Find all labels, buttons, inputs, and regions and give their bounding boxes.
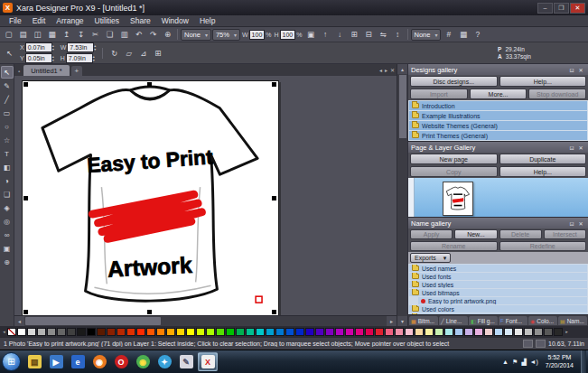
freehand-tool[interactable]: ✎ bbox=[1, 79, 14, 92]
color-swatch[interactable] bbox=[166, 328, 175, 336]
vertical-scrollbar[interactable]: ▴ ▾ bbox=[397, 64, 407, 326]
rotate-icon[interactable]: ↻ bbox=[107, 47, 121, 59]
tshirt-artwork[interactable]: Easy to Print Artwork bbox=[23, 81, 278, 315]
network-icon[interactable]: ▟ bbox=[521, 359, 526, 366]
send-to-back-icon[interactable]: ↓ bbox=[333, 29, 347, 41]
color-swatch[interactable] bbox=[186, 328, 195, 336]
color-swatch[interactable] bbox=[434, 328, 443, 336]
menu-file[interactable]: File bbox=[4, 16, 27, 25]
designs-item-example-illustrations[interactable]: Example Illustrations bbox=[409, 111, 587, 120]
export-icon[interactable]: ↥ bbox=[60, 29, 73, 41]
color-swatch[interactable] bbox=[77, 328, 86, 336]
help-icon[interactable]: ? bbox=[471, 29, 484, 41]
firefox-icon[interactable]: ◉ bbox=[89, 352, 109, 371]
libraries-icon[interactable]: ▤ bbox=[24, 352, 44, 371]
ungroup-icon[interactable]: ⊟ bbox=[362, 29, 376, 41]
scale-height-field[interactable]: H 100 % bbox=[274, 30, 303, 40]
color-swatch[interactable] bbox=[87, 328, 96, 336]
color-swatch[interactable] bbox=[47, 328, 56, 336]
color-swatch[interactable] bbox=[107, 328, 116, 336]
height-field[interactable]: H 7.09in ▴▾ bbox=[60, 53, 98, 63]
xara-designer-icon[interactable]: X bbox=[198, 352, 218, 371]
palette-scroll-left-icon[interactable]: ◂ bbox=[1, 329, 7, 334]
disc-designs-button[interactable]: Disc designs... bbox=[410, 76, 498, 87]
zoom-icon[interactable]: ⊕ bbox=[161, 29, 174, 41]
color-swatch[interactable] bbox=[246, 328, 255, 336]
color-swatch[interactable] bbox=[295, 328, 304, 336]
color-swatch[interactable] bbox=[97, 328, 106, 336]
color-swatch[interactable] bbox=[504, 328, 513, 336]
shadow-tool[interactable]: ❏ bbox=[1, 188, 14, 200]
redo-icon[interactable]: ↷ bbox=[146, 29, 160, 41]
open-file-icon[interactable]: ▤ bbox=[16, 29, 30, 41]
close-button[interactable]: ✕ bbox=[570, 3, 585, 14]
name-gallery-header[interactable]: Name gallery ⊡ ✕ bbox=[408, 218, 588, 228]
flip-horizontal-icon[interactable]: ⇋ bbox=[377, 29, 390, 41]
minimize-button[interactable]: – bbox=[537, 3, 553, 14]
color-swatch[interactable] bbox=[126, 328, 135, 336]
snap-indicator-icon[interactable] bbox=[523, 340, 533, 348]
transparency-tool[interactable]: ◑ bbox=[1, 174, 14, 187]
color-swatch[interactable] bbox=[57, 328, 66, 336]
style-combo[interactable]: None▾ bbox=[411, 29, 442, 41]
close-icon[interactable]: ✕ bbox=[576, 67, 585, 73]
blend-tool[interactable]: ∞ bbox=[1, 228, 14, 241]
exports-dropdown[interactable]: Exports ▾ bbox=[410, 253, 451, 263]
scale-icon[interactable]: ⊿ bbox=[136, 47, 150, 59]
color-swatch[interactable] bbox=[37, 328, 46, 336]
x-spinner[interactable]: ▴▾ bbox=[52, 44, 54, 51]
name-item-used-fonts[interactable]: Used fonts bbox=[409, 273, 587, 280]
scroll-up-icon[interactable]: ▴ bbox=[397, 64, 407, 74]
group-icon[interactable]: ⊞ bbox=[348, 29, 361, 41]
color-swatch[interactable] bbox=[534, 328, 543, 336]
scroll-left-icon[interactable]: ◂ bbox=[14, 316, 24, 326]
color-swatch[interactable] bbox=[335, 328, 344, 336]
color-swatch[interactable] bbox=[17, 328, 26, 336]
color-swatch[interactable] bbox=[156, 328, 165, 336]
color-swatch[interactable] bbox=[146, 328, 155, 336]
color-swatch[interactable] bbox=[176, 328, 185, 336]
scroll-down-icon[interactable]: ▾ bbox=[397, 316, 407, 326]
name-item-used-colors[interactable]: Used colors bbox=[409, 305, 587, 312]
lock-aspect-icon[interactable]: ▣ bbox=[304, 29, 318, 41]
color-swatch[interactable] bbox=[415, 328, 424, 336]
color-swatch[interactable] bbox=[464, 328, 473, 336]
vertical-scroll-thumb[interactable] bbox=[399, 75, 406, 138]
menu-arrange[interactable]: Arrange bbox=[51, 16, 89, 25]
designs-item-print-themes-general[interactable]: Print Themes (General) bbox=[409, 131, 587, 140]
width-field[interactable]: W 7.53in ▴▾ bbox=[60, 42, 98, 52]
pin-icon[interactable]: ⊡ bbox=[567, 145, 576, 151]
gallery-tab-nam[interactable]: ▤Nam... bbox=[558, 316, 587, 325]
color-swatch[interactable] bbox=[425, 328, 434, 336]
start-button[interactable]: ⊞ bbox=[2, 352, 21, 371]
pin-icon[interactable]: ⊡ bbox=[567, 220, 576, 227]
color-swatch[interactable] bbox=[275, 328, 285, 336]
color-swatch[interactable] bbox=[305, 328, 314, 336]
bring-to-front-icon[interactable]: ↑ bbox=[319, 29, 332, 41]
menu-share[interactable]: Share bbox=[125, 16, 156, 25]
snap-icon[interactable]: # bbox=[442, 29, 455, 41]
close-icon[interactable]: ✕ bbox=[576, 145, 585, 151]
fill-tool[interactable]: ◧ bbox=[1, 161, 14, 173]
new-button[interactable]: New... bbox=[454, 229, 497, 239]
color-swatch[interactable] bbox=[544, 328, 553, 336]
menu-utilities[interactable]: Utilities bbox=[89, 16, 125, 25]
grid-icon[interactable]: ▦ bbox=[456, 29, 470, 41]
width-spinner[interactable]: ▴▾ bbox=[94, 44, 96, 51]
undo-icon[interactable]: ↶ bbox=[132, 29, 145, 41]
color-swatch[interactable] bbox=[514, 328, 523, 336]
scale-width-field[interactable]: W 100 % bbox=[241, 30, 273, 40]
import-icon[interactable]: ↧ bbox=[74, 29, 88, 41]
color-swatch[interactable] bbox=[315, 328, 324, 336]
designs-gallery-header[interactable]: Designs gallery ⊡ ✕ bbox=[408, 64, 588, 75]
gallery-tab-fill-g[interactable]: ◧Fill g... bbox=[469, 316, 498, 325]
color-swatch[interactable] bbox=[454, 328, 463, 336]
ellipse-tool[interactable]: ○ bbox=[1, 120, 14, 133]
tab-close-icon[interactable]: ✕ bbox=[390, 67, 395, 73]
color-swatch[interactable] bbox=[405, 328, 414, 336]
color-swatch[interactable] bbox=[484, 328, 493, 336]
height-spinner[interactable]: ▴▾ bbox=[93, 55, 95, 62]
color-swatch[interactable] bbox=[266, 328, 275, 336]
page-1-thumbnail[interactable] bbox=[443, 182, 473, 216]
color-swatch[interactable] bbox=[474, 328, 483, 336]
